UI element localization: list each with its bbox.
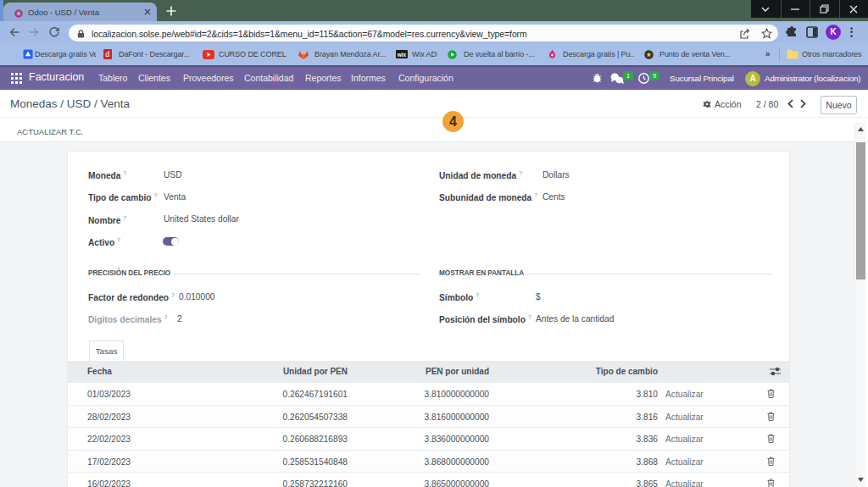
svg-text:wix: wix bbox=[397, 52, 407, 58]
svg-text:d: d bbox=[105, 50, 109, 58]
